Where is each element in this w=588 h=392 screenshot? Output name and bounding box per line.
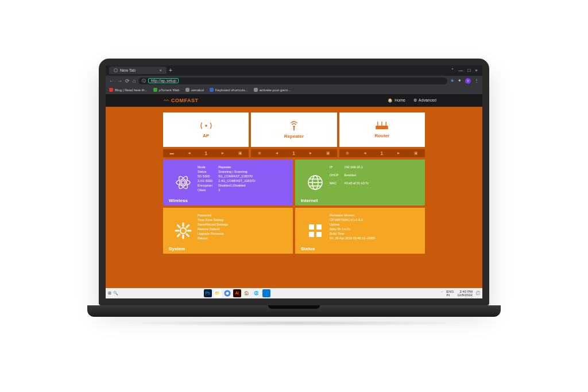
tray-chevron-icon[interactable]: ˄ <box>441 291 443 295</box>
bookmark-item[interactable]: Keyboard shortcuts... <box>210 88 248 92</box>
svg-point-16 <box>180 228 186 234</box>
bookmark-icon <box>185 88 189 92</box>
system-items: Password Time Zone Setting Save/Reload S… <box>198 212 287 249</box>
language-indicator[interactable]: ENGIN <box>446 290 454 297</box>
profile-avatar[interactable]: Y <box>465 78 471 84</box>
indicator-strip: ⊕◄1►▣ <box>339 149 425 157</box>
close-tab-icon[interactable]: × <box>159 68 162 73</box>
tab-strip: New Tab × + ˅ — □ × <box>106 65 482 76</box>
ap-icon <box>200 121 212 131</box>
tile-title: Wireless <box>169 198 188 203</box>
extensions-icon[interactable]: ✦ <box>458 78 462 83</box>
globe-icon <box>307 174 324 191</box>
search-icon[interactable]: 🔍 <box>113 291 118 296</box>
laptop-shadow <box>116 320 472 326</box>
svg-rect-19 <box>309 232 314 237</box>
logo-icon <box>163 98 169 102</box>
page-nav: 🏠Home ⚙Advanced <box>388 98 436 103</box>
svg-point-22 <box>226 292 229 294</box>
brand-logo: COMFAST <box>163 98 199 103</box>
tile-status[interactable]: Firmware Version CF-WR750AC-V1.0.0.3 Upt… <box>295 208 425 254</box>
notifications-icon[interactable]: 💬 <box>476 291 480 295</box>
nav-advanced[interactable]: ⚙Advanced <box>413 98 436 103</box>
svg-point-1 <box>293 126 295 128</box>
svg-rect-20 <box>316 232 322 237</box>
tile-system[interactable]: Password Time Zone Setting Save/Reload S… <box>163 208 293 254</box>
laptop-frame: New Tab × + ˅ — □ × ← → ⟳ ⌂ <box>87 59 501 334</box>
svg-rect-17 <box>309 224 314 230</box>
start-button[interactable]: ⊞ <box>108 291 111 296</box>
tile-internet[interactable]: IP DHCP MAC 192.168.10.1 Enabled 40:a5:e… <box>295 160 425 205</box>
windows-taskbar: ⊞ 🔍 Ps 📁 Ai 🏠 🌐 ˄ ENGIN 2:40 PM <box>106 288 482 298</box>
home-icon: 🏠 <box>388 98 393 103</box>
window-maximize-icon[interactable]: □ <box>467 68 470 73</box>
dashboard-content: AP Repeater Router ▬◄1►▣ ⊕◄1►▣ <box>106 107 482 288</box>
mode-repeater[interactable]: Repeater <box>251 112 336 147</box>
back-icon[interactable]: ← <box>109 78 114 84</box>
window-caret-icon[interactable]: ˅ <box>451 68 454 73</box>
taskbar-apps: Ps 📁 Ai 🏠 🌐 <box>204 289 270 297</box>
taskbar-app[interactable] <box>262 289 270 297</box>
forward-icon[interactable]: → <box>117 78 122 84</box>
svg-rect-18 <box>316 224 322 230</box>
svg-point-0 <box>205 125 207 127</box>
taskbar-app-ai[interactable]: Ai <box>233 289 241 297</box>
gear-icon <box>175 222 192 239</box>
gear-icon: ⚙ <box>413 98 417 103</box>
taskbar-app-folder[interactable]: 📁 <box>214 289 222 297</box>
bookmark-item[interactable]: µTorrent Web <box>153 88 180 92</box>
window-close-icon[interactable]: × <box>475 68 478 73</box>
mode-row: AP Repeater Router <box>163 112 425 147</box>
router-icon <box>374 121 389 131</box>
mode-router[interactable]: Router <box>339 112 425 147</box>
nav-home[interactable]: 🏠Home <box>388 98 405 103</box>
taskbar-app[interactable]: 🌐 <box>253 289 261 297</box>
mode-label: AP <box>203 133 209 138</box>
tile-row-1: Mode Status 5G SSID 2.4G SSID Encryption… <box>163 160 425 205</box>
wireless-data: Mode Status 5G SSID 2.4G SSID Encryption… <box>198 164 287 201</box>
internet-data: IP DHCP MAC 192.168.10.1 Enabled 40:a5:e… <box>330 164 419 201</box>
mode-label: Router <box>374 133 389 138</box>
new-tab-button[interactable]: + <box>169 67 172 73</box>
indicator-strip: ▬◄1►▣ <box>163 149 249 157</box>
tile-title: Internet <box>301 198 318 203</box>
addr-right: ★ ✦ Y ⋮ <box>450 78 479 84</box>
bookmark-item[interactable]: ownalod <box>185 88 204 92</box>
bookmark-icon <box>153 88 157 92</box>
bookmark-item[interactable]: activate-your-gami... <box>254 88 291 92</box>
tile-title: System <box>169 246 185 251</box>
status-icon <box>307 223 323 239</box>
tile-title: Status <box>301 246 315 251</box>
taskbar-app-chrome[interactable] <box>223 289 231 297</box>
url-input[interactable]: ⓘ http://ap.setup <box>138 77 447 84</box>
tab-title: New Tab <box>120 68 136 72</box>
system-tray: ˄ ENGIN 2:40 PM 12/8/2022 💬 <box>441 290 480 297</box>
screen-bezel: New Tab × + ˅ — □ × ← → ⟳ ⌂ <box>99 59 489 305</box>
taskbar-app-ps[interactable]: Ps <box>204 289 212 297</box>
bookmarks-bar: Blog | Read here th... µTorrent Web owna… <box>106 86 482 94</box>
window-controls: ˅ — □ × <box>451 68 482 73</box>
clock[interactable]: 2:40 PM 12/8/2022 <box>457 290 473 297</box>
mode-ap[interactable]: AP <box>163 112 249 147</box>
browser-chrome: New Tab × + ˅ — □ × ← → ⟳ ⌂ <box>106 65 482 94</box>
repeater-icon <box>288 120 300 131</box>
wireless-icon <box>175 174 192 191</box>
mode-label: Repeater <box>284 134 304 139</box>
status-items: Firmware Version CF-WR750AC-V1.0.0.3 Upt… <box>330 212 419 249</box>
tile-wireless[interactable]: Mode Status 5G SSID 2.4G SSID Encryption… <box>163 160 293 205</box>
laptop-base <box>87 305 501 317</box>
menu-icon[interactable]: ⋮ <box>474 78 479 83</box>
bookmark-icon <box>254 88 258 92</box>
home-icon[interactable]: ⌂ <box>133 78 136 84</box>
address-bar-row: ← → ⟳ ⌂ ⓘ http://ap.setup ★ ✦ Y ⋮ <box>106 76 482 86</box>
reload-icon[interactable]: ⟳ <box>125 78 130 84</box>
taskbar-app[interactable]: 🏠 <box>243 289 251 297</box>
svg-point-7 <box>181 181 185 184</box>
tile-row-2: Password Time Zone Setting Save/Reload S… <box>163 208 425 254</box>
bookmark-icon <box>109 88 113 92</box>
bookmark-item[interactable]: Blog | Read here th... <box>109 88 148 92</box>
svg-rect-6 <box>376 126 389 129</box>
star-icon[interactable]: ★ <box>450 78 454 83</box>
browser-tab[interactable]: New Tab × <box>109 67 167 74</box>
window-minimize-icon[interactable]: — <box>458 68 463 73</box>
